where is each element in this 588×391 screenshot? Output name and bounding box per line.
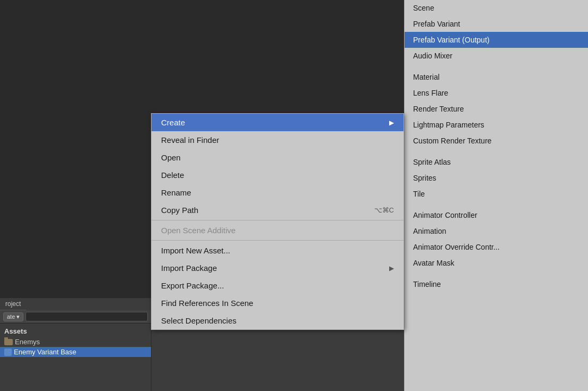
submenu-item-timeline[interactable]: Timeline: [405, 276, 588, 292]
submenu-item-label: Audio Mixer: [413, 52, 452, 60]
list-item[interactable]: Enemys: [0, 337, 151, 347]
context-menu-item-export-package[interactable]: Export Package...: [152, 277, 404, 294]
project-tab-label: roject: [5, 300, 21, 308]
context-item-label: Delete: [161, 171, 184, 180]
context-item-label: Select Dependencies: [161, 316, 237, 325]
arrow-right-icon: ▶: [389, 119, 394, 126]
context-menu-item-open[interactable]: Open: [152, 149, 404, 166]
context-menu-item-rename[interactable]: Rename: [152, 184, 404, 201]
submenu-item-label: Custom Render Texture: [413, 137, 492, 145]
asset-name: Enemy Variant Base: [14, 348, 77, 356]
submenu-item-lens-flare[interactable]: Lens Flare: [405, 85, 588, 101]
folder-icon: [4, 339, 13, 345]
search-input[interactable]: [26, 312, 148, 321]
submenu-panel: Scene Prefab Variant Prefab Variant (Out…: [404, 0, 588, 391]
project-tab[interactable]: roject: [0, 298, 26, 310]
shortcut-label: ⌥⌘C: [374, 206, 394, 214]
submenu-item-label: Prefab Variant: [413, 20, 460, 28]
submenu-item-label: Prefab Variant (Output): [413, 36, 490, 44]
assets-list: Assets Enemys Enemy Variant Base: [0, 324, 151, 359]
context-menu-item-delete[interactable]: Delete: [152, 166, 404, 184]
context-item-label: Open Scene Additive: [161, 226, 236, 235]
submenu-item-animator-controller[interactable]: Animator Controller: [405, 207, 588, 223]
context-item-label: Reveal in Finder: [161, 135, 219, 144]
submenu-item-label: Tile: [413, 190, 425, 198]
context-item-label: Find References In Scene: [161, 299, 253, 308]
separator: [405, 271, 588, 276]
submenu-item-prefab-variant[interactable]: Prefab Variant: [405, 16, 588, 32]
submenu-item-avatar-mask[interactable]: Avatar Mask: [405, 255, 588, 271]
prefab-icon: [4, 348, 12, 356]
context-menu-item-create[interactable]: Create ▶: [152, 114, 404, 131]
context-menu-item-open-scene-additive: Open Scene Additive: [152, 222, 404, 239]
list-item[interactable]: Enemy Variant Base: [0, 347, 151, 357]
context-menu-item-import-new-asset[interactable]: Import New Asset...: [152, 242, 404, 259]
separator: [405, 64, 588, 69]
separator: [152, 240, 404, 241]
asset-name: Enemys: [15, 338, 40, 346]
context-item-label: Import New Asset...: [161, 246, 230, 255]
separator: [405, 202, 588, 207]
submenu-item-sprites[interactable]: Sprites: [405, 170, 588, 186]
submenu-item-label: Timeline: [413, 280, 441, 288]
context-item-label: Export Package...: [161, 281, 224, 290]
context-menu-item-reveal[interactable]: Reveal in Finder: [152, 131, 404, 149]
context-menu-item-select-dependencies[interactable]: Select Dependencies: [152, 312, 404, 329]
submenu-item-label: Sprite Atlas: [413, 158, 451, 166]
submenu-item-custom-render-texture[interactable]: Custom Render Texture: [405, 133, 588, 149]
arrow-right-icon: ▶: [389, 265, 394, 272]
submenu-item-label: Animator Controller: [413, 211, 477, 219]
submenu-item-animator-override-controller[interactable]: Animator Override Contr...: [405, 239, 588, 255]
separator: [405, 149, 588, 154]
submenu-item-label: Lightmap Parameters: [413, 121, 484, 129]
submenu-item-material[interactable]: Material: [405, 69, 588, 85]
context-item-label: Import Package: [161, 264, 217, 273]
submenu-item-label: Avatar Mask: [413, 259, 455, 267]
separator: [152, 220, 404, 220]
context-item-label: Rename: [161, 188, 191, 197]
context-menu-item-import-package[interactable]: Import Package ▶: [152, 259, 404, 277]
submenu-item-render-texture[interactable]: Render Texture: [405, 101, 588, 117]
context-menu-item-find-references[interactable]: Find References In Scene: [152, 294, 404, 312]
context-item-label: Copy Path: [161, 206, 198, 215]
submenu-item-prefab-variant-output[interactable]: Prefab Variant (Output): [405, 32, 588, 48]
submenu-item-label: Lens Flare: [413, 89, 448, 97]
submenu-item-animation[interactable]: Animation: [405, 223, 588, 239]
submenu-item-label: Animation: [413, 227, 446, 235]
project-panel: roject ate ▾ Assets Enemys Enemy Variant…: [0, 298, 152, 391]
submenu-item-scene[interactable]: Scene: [405, 0, 588, 16]
context-item-label: Create: [161, 118, 185, 127]
submenu-item-label: Render Texture: [413, 105, 464, 113]
submenu-item-audio-mixer[interactable]: Audio Mixer: [405, 48, 588, 64]
submenu-item-label: Scene: [413, 4, 434, 12]
submenu-item-lightmap-parameters[interactable]: Lightmap Parameters: [405, 117, 588, 133]
submenu-item-label: Material: [413, 73, 440, 81]
assets-label: Assets: [0, 326, 151, 337]
submenu-item-tile[interactable]: Tile: [405, 186, 588, 202]
create-button[interactable]: ate ▾: [3, 312, 23, 321]
submenu-item-label: Sprites: [413, 174, 436, 182]
project-toolbar: ate ▾: [0, 310, 151, 324]
submenu-item-label: Animator Override Contr...: [413, 243, 500, 251]
submenu-item-sprite-atlas[interactable]: Sprite Atlas: [405, 154, 588, 170]
context-item-label: Open: [161, 153, 181, 162]
context-menu-item-copy-path[interactable]: Copy Path ⌥⌘C: [152, 201, 404, 219]
context-menu: Create ▶ Reveal in Finder Open Delete Re…: [151, 113, 404, 330]
